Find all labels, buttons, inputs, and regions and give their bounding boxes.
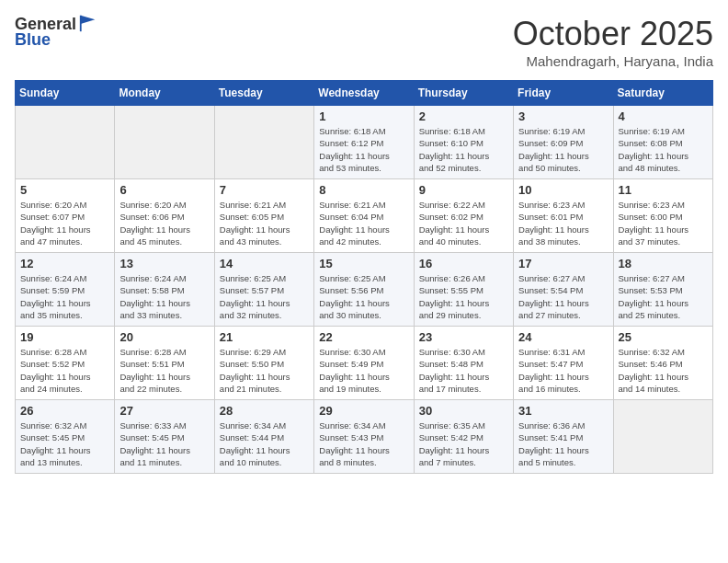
calendar-day-cell [115, 106, 214, 179]
calendar-day-cell [214, 106, 313, 179]
calendar-day-cell: 11Sunrise: 6:23 AMSunset: 6:00 PMDayligh… [613, 179, 712, 253]
day-number: 3 [518, 109, 608, 123]
calendar-day-cell: 19Sunrise: 6:28 AMSunset: 5:52 PMDayligh… [16, 327, 115, 400]
day-info: Sunrise: 6:25 AMSunset: 5:57 PMDaylight:… [220, 272, 309, 321]
calendar-day-cell: 14Sunrise: 6:25 AMSunset: 5:57 PMDayligh… [214, 253, 313, 327]
calendar-day-cell: 16Sunrise: 6:26 AMSunset: 5:55 PMDayligh… [414, 253, 513, 327]
calendar-week-row: 1Sunrise: 6:18 AMSunset: 6:12 PMDaylight… [16, 106, 713, 179]
weekday-header-cell: Friday [514, 81, 613, 106]
day-number: 30 [419, 404, 508, 418]
day-number: 24 [518, 330, 608, 344]
day-number: 10 [518, 183, 608, 197]
calendar-day-cell: 30Sunrise: 6:35 AMSunset: 5:42 PMDayligh… [414, 400, 513, 474]
day-number: 14 [220, 257, 309, 270]
day-number: 29 [319, 404, 408, 418]
weekday-header-cell: Tuesday [214, 81, 313, 106]
calendar-day-cell: 8Sunrise: 6:21 AMSunset: 6:04 PMDaylight… [314, 179, 414, 253]
calendar-day-cell: 22Sunrise: 6:30 AMSunset: 5:49 PMDayligh… [314, 327, 414, 400]
calendar-day-cell [16, 106, 115, 179]
weekday-header-cell: Wednesday [314, 81, 414, 106]
calendar-day-cell: 28Sunrise: 6:34 AMSunset: 5:44 PMDayligh… [214, 400, 313, 474]
day-number: 12 [20, 257, 109, 270]
weekday-header-cell: Sunday [16, 81, 115, 106]
day-number: 11 [619, 183, 708, 197]
day-number: 18 [619, 257, 708, 270]
day-number: 1 [319, 109, 408, 123]
day-number: 17 [518, 257, 608, 270]
day-number: 13 [119, 257, 209, 270]
day-number: 22 [319, 330, 408, 344]
day-number: 25 [619, 330, 708, 344]
calendar-body: 1Sunrise: 6:18 AMSunset: 6:12 PMDaylight… [16, 106, 713, 474]
day-info: Sunrise: 6:32 AMSunset: 5:46 PMDaylight:… [619, 346, 708, 395]
day-number: 6 [119, 183, 209, 197]
day-info: Sunrise: 6:24 AMSunset: 5:59 PMDaylight:… [20, 272, 109, 321]
day-info: Sunrise: 6:34 AMSunset: 5:44 PMDaylight:… [220, 419, 309, 468]
day-info: Sunrise: 6:23 AMSunset: 6:00 PMDaylight:… [619, 199, 708, 247]
weekday-header-cell: Monday [115, 81, 214, 106]
day-info: Sunrise: 6:31 AMSunset: 5:47 PMDaylight:… [518, 346, 608, 395]
day-info: Sunrise: 6:25 AMSunset: 5:56 PMDaylight:… [319, 272, 408, 321]
month-title: October 2025 [513, 15, 713, 53]
day-info: Sunrise: 6:23 AMSunset: 6:01 PMDaylight:… [518, 199, 608, 247]
calendar-day-cell: 18Sunrise: 6:27 AMSunset: 5:53 PMDayligh… [613, 253, 712, 327]
day-number: 28 [220, 404, 309, 418]
day-info: Sunrise: 6:27 AMSunset: 5:53 PMDaylight:… [619, 272, 708, 321]
calendar-week-row: 26Sunrise: 6:32 AMSunset: 5:45 PMDayligh… [16, 400, 713, 474]
day-info: Sunrise: 6:28 AMSunset: 5:51 PMDaylight:… [119, 346, 209, 395]
day-info: Sunrise: 6:18 AMSunset: 6:10 PMDaylight:… [419, 125, 508, 174]
calendar-day-cell: 20Sunrise: 6:28 AMSunset: 5:51 PMDayligh… [115, 327, 214, 400]
calendar-day-cell: 4Sunrise: 6:19 AMSunset: 6:08 PMDaylight… [613, 106, 712, 179]
day-info: Sunrise: 6:26 AMSunset: 5:55 PMDaylight:… [419, 272, 508, 321]
day-number: 23 [419, 330, 508, 344]
day-number: 26 [20, 404, 109, 418]
page-header: General Blue October 2025 Mahendragarh, … [15, 15, 713, 69]
day-info: Sunrise: 6:21 AMSunset: 6:04 PMDaylight:… [319, 199, 408, 247]
calendar-day-cell: 5Sunrise: 6:20 AMSunset: 6:07 PMDaylight… [16, 179, 115, 253]
calendar-day-cell: 25Sunrise: 6:32 AMSunset: 5:46 PMDayligh… [613, 327, 712, 400]
weekday-header-cell: Saturday [613, 81, 712, 106]
day-number: 2 [419, 109, 508, 123]
calendar-week-row: 5Sunrise: 6:20 AMSunset: 6:07 PMDaylight… [16, 179, 713, 253]
logo-flag-icon [78, 13, 98, 33]
day-info: Sunrise: 6:19 AMSunset: 6:08 PMDaylight:… [619, 125, 708, 174]
calendar-week-row: 12Sunrise: 6:24 AMSunset: 5:59 PMDayligh… [16, 253, 713, 327]
calendar-day-cell: 17Sunrise: 6:27 AMSunset: 5:54 PMDayligh… [514, 253, 613, 327]
day-info: Sunrise: 6:32 AMSunset: 5:45 PMDaylight:… [20, 419, 109, 468]
calendar-day-cell: 6Sunrise: 6:20 AMSunset: 6:06 PMDaylight… [115, 179, 214, 253]
day-number: 4 [619, 109, 708, 123]
day-info: Sunrise: 6:35 AMSunset: 5:42 PMDaylight:… [419, 419, 508, 468]
day-number: 7 [220, 183, 309, 197]
day-info: Sunrise: 6:28 AMSunset: 5:52 PMDaylight:… [20, 346, 109, 395]
calendar-day-cell: 2Sunrise: 6:18 AMSunset: 6:10 PMDaylight… [414, 106, 513, 179]
day-info: Sunrise: 6:19 AMSunset: 6:09 PMDaylight:… [518, 125, 608, 174]
calendar-day-cell: 13Sunrise: 6:24 AMSunset: 5:58 PMDayligh… [115, 253, 214, 327]
calendar-day-cell: 7Sunrise: 6:21 AMSunset: 6:05 PMDaylight… [214, 179, 313, 253]
calendar-day-cell: 31Sunrise: 6:36 AMSunset: 5:41 PMDayligh… [514, 400, 613, 474]
day-number: 8 [319, 183, 408, 197]
day-number: 21 [220, 330, 309, 344]
calendar-day-cell: 24Sunrise: 6:31 AMSunset: 5:47 PMDayligh… [514, 327, 613, 400]
day-number: 31 [518, 404, 608, 418]
calendar-day-cell: 21Sunrise: 6:29 AMSunset: 5:50 PMDayligh… [214, 327, 313, 400]
day-info: Sunrise: 6:20 AMSunset: 6:06 PMDaylight:… [119, 199, 209, 247]
day-info: Sunrise: 6:18 AMSunset: 6:12 PMDaylight:… [319, 125, 408, 174]
svg-marker-0 [81, 15, 96, 23]
day-number: 20 [119, 330, 209, 344]
day-number: 5 [20, 183, 109, 197]
day-info: Sunrise: 6:34 AMSunset: 5:43 PMDaylight:… [319, 419, 408, 468]
day-info: Sunrise: 6:22 AMSunset: 6:02 PMDaylight:… [419, 199, 508, 247]
day-info: Sunrise: 6:30 AMSunset: 5:48 PMDaylight:… [419, 346, 508, 395]
calendar-day-cell: 26Sunrise: 6:32 AMSunset: 5:45 PMDayligh… [16, 400, 115, 474]
day-info: Sunrise: 6:27 AMSunset: 5:54 PMDaylight:… [518, 272, 608, 321]
calendar-week-row: 19Sunrise: 6:28 AMSunset: 5:52 PMDayligh… [16, 327, 713, 400]
title-block: October 2025 Mahendragarh, Haryana, Indi… [513, 15, 713, 69]
weekday-header-row: SundayMondayTuesdayWednesdayThursdayFrid… [16, 81, 713, 106]
day-number: 27 [119, 404, 209, 418]
day-number: 15 [319, 257, 408, 270]
calendar-day-cell [613, 400, 712, 474]
logo: General Blue [15, 15, 98, 50]
calendar-day-cell: 1Sunrise: 6:18 AMSunset: 6:12 PMDaylight… [314, 106, 414, 179]
day-info: Sunrise: 6:33 AMSunset: 5:45 PMDaylight:… [119, 419, 209, 468]
day-number: 9 [419, 183, 508, 197]
